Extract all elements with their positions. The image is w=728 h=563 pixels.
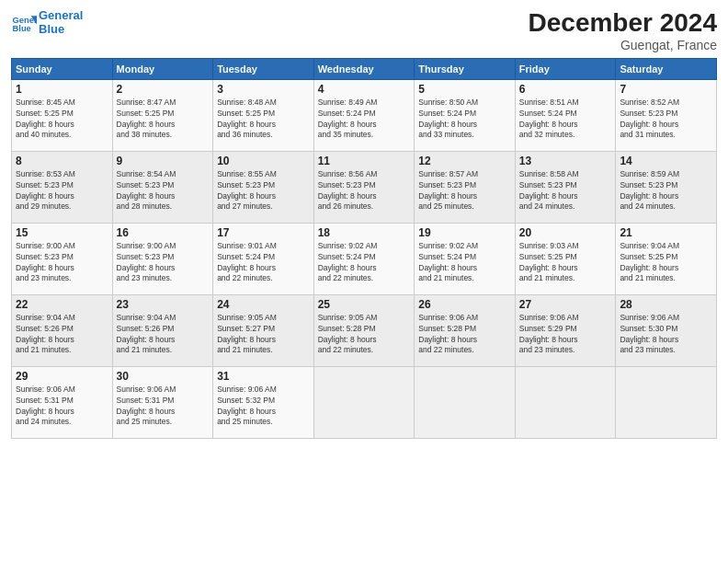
day-number: 3 — [217, 83, 310, 96]
day-number: 17 — [217, 226, 310, 239]
weekday-header-monday: Monday — [112, 58, 213, 79]
day-cell-22: 22Sunrise: 9:04 AM Sunset: 5:26 PM Dayli… — [12, 294, 113, 366]
day-info: Sunrise: 9:06 AM Sunset: 5:29 PM Dayligh… — [519, 313, 612, 357]
day-info: Sunrise: 8:58 AM Sunset: 5:23 PM Dayligh… — [519, 169, 612, 213]
logo: General Blue General Blue — [11, 9, 83, 37]
day-cell-10: 10Sunrise: 8:55 AM Sunset: 5:23 PM Dayli… — [213, 151, 314, 223]
day-number: 6 — [519, 83, 612, 96]
day-number: 11 — [318, 155, 411, 167]
day-number: 7 — [620, 83, 712, 96]
week-row-1: 1Sunrise: 8:45 AM Sunset: 5:25 PM Daylig… — [12, 79, 717, 151]
weekday-header-tuesday: Tuesday — [213, 58, 314, 79]
day-info: Sunrise: 9:04 AM Sunset: 5:25 PM Dayligh… — [620, 241, 712, 285]
day-info: Sunrise: 9:02 AM Sunset: 5:24 PM Dayligh… — [418, 241, 511, 285]
logo-line1: General — [39, 9, 83, 23]
day-info: Sunrise: 9:03 AM Sunset: 5:25 PM Dayligh… — [519, 241, 612, 285]
day-cell-25: 25Sunrise: 9:05 AM Sunset: 5:28 PM Dayli… — [313, 294, 415, 366]
week-row-4: 22Sunrise: 9:04 AM Sunset: 5:26 PM Dayli… — [12, 294, 717, 366]
weekday-header-row: SundayMondayTuesdayWednesdayThursdayFrid… — [12, 58, 717, 79]
day-number: 23 — [117, 298, 210, 311]
day-number: 16 — [117, 226, 210, 239]
week-row-2: 8Sunrise: 8:53 AM Sunset: 5:23 PM Daylig… — [12, 151, 717, 223]
day-info: Sunrise: 8:54 AM Sunset: 5:23 PM Dayligh… — [117, 169, 210, 213]
empty-cell — [313, 366, 415, 438]
day-number: 8 — [16, 155, 108, 167]
day-number: 4 — [318, 83, 411, 96]
day-info: Sunrise: 9:05 AM Sunset: 5:27 PM Dayligh… — [217, 313, 310, 357]
day-info: Sunrise: 8:57 AM Sunset: 5:23 PM Dayligh… — [418, 169, 511, 213]
day-number: 31 — [217, 370, 310, 383]
day-cell-28: 28Sunrise: 9:06 AM Sunset: 5:30 PM Dayli… — [616, 294, 717, 366]
calendar-container: General Blue General Blue December 2024 … — [0, 0, 728, 563]
day-number: 15 — [16, 226, 108, 239]
day-info: Sunrise: 8:49 AM Sunset: 5:24 PM Dayligh… — [318, 98, 411, 142]
day-info: Sunrise: 8:53 AM Sunset: 5:23 PM Dayligh… — [16, 169, 108, 213]
day-number: 28 — [620, 298, 712, 311]
day-info: Sunrise: 9:04 AM Sunset: 5:26 PM Dayligh… — [16, 313, 108, 357]
day-info: Sunrise: 9:00 AM Sunset: 5:23 PM Dayligh… — [117, 241, 210, 285]
day-cell-30: 30Sunrise: 9:06 AM Sunset: 5:31 PM Dayli… — [112, 366, 213, 438]
day-cell-19: 19Sunrise: 9:02 AM Sunset: 5:24 PM Dayli… — [415, 223, 516, 294]
day-number: 24 — [217, 298, 310, 311]
day-cell-2: 2Sunrise: 8:47 AM Sunset: 5:25 PM Daylig… — [112, 79, 213, 151]
day-info: Sunrise: 8:47 AM Sunset: 5:25 PM Dayligh… — [117, 98, 210, 142]
svg-text:Blue: Blue — [13, 24, 31, 33]
day-cell-15: 15Sunrise: 9:00 AM Sunset: 5:23 PM Dayli… — [12, 223, 113, 294]
day-info: Sunrise: 8:55 AM Sunset: 5:23 PM Dayligh… — [217, 169, 310, 213]
day-number: 20 — [519, 226, 612, 239]
empty-cell — [415, 366, 516, 438]
day-number: 12 — [418, 155, 511, 167]
day-info: Sunrise: 8:59 AM Sunset: 5:23 PM Dayligh… — [620, 169, 712, 213]
week-row-3: 15Sunrise: 9:00 AM Sunset: 5:23 PM Dayli… — [12, 223, 717, 294]
day-number: 2 — [117, 83, 210, 96]
day-info: Sunrise: 9:02 AM Sunset: 5:24 PM Dayligh… — [318, 241, 411, 285]
logo-icon: General Blue — [11, 10, 37, 36]
day-number: 13 — [519, 155, 612, 167]
day-cell-9: 9Sunrise: 8:54 AM Sunset: 5:23 PM Daylig… — [112, 151, 213, 223]
day-cell-29: 29Sunrise: 9:06 AM Sunset: 5:31 PM Dayli… — [12, 366, 113, 438]
day-info: Sunrise: 9:00 AM Sunset: 5:23 PM Dayligh… — [16, 241, 108, 285]
day-cell-23: 23Sunrise: 9:04 AM Sunset: 5:26 PM Dayli… — [112, 294, 213, 366]
logo-line2: Blue — [39, 23, 64, 37]
day-number: 22 — [16, 298, 108, 311]
day-info: Sunrise: 8:50 AM Sunset: 5:24 PM Dayligh… — [418, 98, 511, 142]
day-number: 19 — [418, 226, 511, 239]
day-cell-24: 24Sunrise: 9:05 AM Sunset: 5:27 PM Dayli… — [213, 294, 314, 366]
day-info: Sunrise: 9:06 AM Sunset: 5:31 PM Dayligh… — [117, 385, 210, 429]
weekday-header-saturday: Saturday — [616, 58, 717, 79]
day-cell-11: 11Sunrise: 8:56 AM Sunset: 5:23 PM Dayli… — [313, 151, 415, 223]
month-title: December 2024 — [529, 9, 717, 38]
day-info: Sunrise: 9:06 AM Sunset: 5:32 PM Dayligh… — [217, 385, 310, 429]
day-info: Sunrise: 8:45 AM Sunset: 5:25 PM Dayligh… — [16, 98, 108, 142]
empty-cell — [616, 366, 717, 438]
day-number: 26 — [418, 298, 511, 311]
day-info: Sunrise: 9:06 AM Sunset: 5:28 PM Dayligh… — [418, 313, 511, 357]
day-cell-1: 1Sunrise: 8:45 AM Sunset: 5:25 PM Daylig… — [12, 79, 113, 151]
day-number: 10 — [217, 155, 310, 167]
day-cell-12: 12Sunrise: 8:57 AM Sunset: 5:23 PM Dayli… — [415, 151, 516, 223]
day-number: 25 — [318, 298, 411, 311]
day-cell-17: 17Sunrise: 9:01 AM Sunset: 5:24 PM Dayli… — [213, 223, 314, 294]
day-cell-31: 31Sunrise: 9:06 AM Sunset: 5:32 PM Dayli… — [213, 366, 314, 438]
day-number: 18 — [318, 226, 411, 239]
day-cell-16: 16Sunrise: 9:00 AM Sunset: 5:23 PM Dayli… — [112, 223, 213, 294]
day-number: 5 — [418, 83, 511, 96]
day-number: 9 — [117, 155, 210, 167]
day-cell-21: 21Sunrise: 9:04 AM Sunset: 5:25 PM Dayli… — [616, 223, 717, 294]
day-info: Sunrise: 9:06 AM Sunset: 5:30 PM Dayligh… — [620, 313, 712, 357]
location: Guengat, France — [529, 38, 717, 52]
weekday-header-wednesday: Wednesday — [313, 58, 415, 79]
day-number: 29 — [16, 370, 108, 383]
day-cell-6: 6Sunrise: 8:51 AM Sunset: 5:24 PM Daylig… — [515, 79, 616, 151]
day-cell-18: 18Sunrise: 9:02 AM Sunset: 5:24 PM Dayli… — [313, 223, 415, 294]
day-info: Sunrise: 8:48 AM Sunset: 5:25 PM Dayligh… — [217, 98, 310, 142]
day-info: Sunrise: 9:05 AM Sunset: 5:28 PM Dayligh… — [318, 313, 411, 357]
day-cell-4: 4Sunrise: 8:49 AM Sunset: 5:24 PM Daylig… — [313, 79, 415, 151]
day-cell-5: 5Sunrise: 8:50 AM Sunset: 5:24 PM Daylig… — [415, 79, 516, 151]
calendar-table: SundayMondayTuesdayWednesdayThursdayFrid… — [11, 58, 717, 439]
weekday-header-thursday: Thursday — [415, 58, 516, 79]
day-info: Sunrise: 9:01 AM Sunset: 5:24 PM Dayligh… — [217, 241, 310, 285]
header: General Blue General Blue December 2024 … — [11, 9, 717, 52]
title-block: December 2024 Guengat, France — [529, 9, 717, 52]
day-info: Sunrise: 9:04 AM Sunset: 5:26 PM Dayligh… — [117, 313, 210, 357]
